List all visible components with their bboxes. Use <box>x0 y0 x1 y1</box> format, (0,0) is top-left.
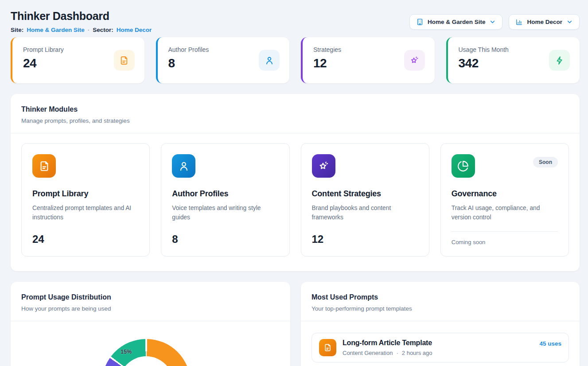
star-sparkle-icon <box>404 50 425 71</box>
chevron-down-icon <box>489 19 496 25</box>
usage-donut-chart: 15% <box>102 339 191 366</box>
usage-donut <box>102 339 191 366</box>
module-card-prompt-library[interactable]: Prompt Library Centralized prompt templa… <box>21 143 150 257</box>
stat-card-usage: Usage This Month 342 <box>446 37 580 83</box>
user-icon <box>172 154 195 178</box>
coming-soon-text: Coming soon <box>452 239 558 245</box>
prompts-subtitle: Your top-performing prompt templates <box>312 305 569 312</box>
usage-title: Prompt Usage Distribution <box>21 293 280 301</box>
prompt-item-meta: Content Generation · 2 hours ago <box>343 350 432 356</box>
chevron-down-icon <box>566 19 573 25</box>
sector-link[interactable]: Home Decor <box>117 27 152 33</box>
page-title: Thinker Dashboard <box>11 10 152 23</box>
user-icon <box>259 50 280 71</box>
module-description: Voice templates and writing style guides <box>172 204 278 222</box>
sector-selector[interactable]: Home Decor <box>509 14 580 30</box>
file-icon <box>114 50 135 71</box>
usage-header: Prompt Usage Distribution How your promp… <box>11 282 290 321</box>
prompt-item-uses: 45 uses <box>539 340 561 347</box>
divider <box>11 321 290 321</box>
module-count: 12 <box>312 233 418 245</box>
module-title: Prompt Library <box>32 189 139 199</box>
modules-header: Thinker Modules Manage prompts, profiles… <box>11 94 580 133</box>
dot-separator: · <box>396 350 398 356</box>
usage-distribution-card: Prompt Usage Distribution How your promp… <box>11 282 290 366</box>
modules-subtitle: Manage prompts, profiles, and strategies <box>21 117 569 124</box>
site-selector[interactable]: Home & Garden Site <box>409 14 503 30</box>
stat-card-strategies: Strategies 12 <box>301 37 435 83</box>
prompts-list: Long-form Article Template Content Gener… <box>301 321 580 366</box>
prompt-item-title: Long-form Article Template <box>343 339 432 347</box>
soon-badge: Soon <box>533 157 558 167</box>
pie-chart-icon <box>452 154 475 178</box>
module-count: 24 <box>32 233 139 245</box>
prompt-item-text: Long-form Article Template Content Gener… <box>343 339 432 356</box>
modules-grid: Prompt Library Centralized prompt templa… <box>11 133 580 266</box>
stat-card-prompt-library: Prompt Library 24 <box>11 37 144 83</box>
module-count: 8 <box>172 233 278 245</box>
module-description: Brand playbooks and content frameworks <box>312 204 418 222</box>
prompts-header: Most Used Prompts Your top-performing pr… <box>301 282 580 321</box>
most-used-prompts-card: Most Used Prompts Your top-performing pr… <box>301 282 580 366</box>
modules-title: Thinker Modules <box>21 105 569 113</box>
breadcrumb: Site: Home & Garden Site · Sector: Home … <box>11 27 152 33</box>
module-title: Content Strategies <box>312 189 418 199</box>
header-actions: Home & Garden Site Home Decor <box>409 14 580 30</box>
prompt-list-item[interactable]: Long-form Article Template Content Gener… <box>312 333 569 362</box>
thinker-dashboard-page: Thinker Dashboard Site: Home & Garden Si… <box>0 0 588 366</box>
module-card-governance: Soon Governance Track AI usage, complian… <box>440 143 569 257</box>
file-icon <box>32 154 56 178</box>
module-description: Centralized prompt templates and AI inst… <box>32 204 139 222</box>
divider <box>452 231 558 232</box>
usage-subtitle: How your prompts are being used <box>21 305 280 312</box>
sector-label: Sector: <box>93 27 113 33</box>
prompt-item-time: 2 hours ago <box>402 350 432 356</box>
star-sparkle-icon <box>312 154 335 178</box>
sector-selector-label: Home Decor <box>527 19 562 25</box>
module-card-author-profiles[interactable]: Author Profiles Voice templates and writ… <box>161 143 289 257</box>
building-icon <box>416 18 424 26</box>
dot-separator: · <box>88 27 90 33</box>
page-header: Thinker Dashboard Site: Home & Garden Si… <box>11 10 152 33</box>
thinker-modules-card: Thinker Modules Manage prompts, profiles… <box>11 94 580 271</box>
donut-segment-label: 15% <box>121 349 132 355</box>
site-selector-label: Home & Garden Site <box>428 19 486 25</box>
zap-icon <box>549 50 570 71</box>
prompts-title: Most Used Prompts <box>312 293 569 301</box>
site-link[interactable]: Home & Garden Site <box>27 27 85 33</box>
stat-cards-row: Prompt Library 24 Author Profiles 8 Stra… <box>11 37 580 83</box>
site-label: Site: <box>11 27 23 33</box>
module-title: Governance <box>452 189 558 199</box>
stat-card-author-profiles: Author Profiles 8 <box>156 37 290 83</box>
bar-chart-icon <box>515 18 523 26</box>
module-description: Track AI usage, compliance, and version … <box>452 204 558 222</box>
file-icon <box>319 339 336 356</box>
module-title: Author Profiles <box>172 189 278 199</box>
prompt-item-category: Content Generation <box>343 350 393 356</box>
module-card-content-strategies[interactable]: Content Strategies Brand playbooks and c… <box>301 143 429 257</box>
